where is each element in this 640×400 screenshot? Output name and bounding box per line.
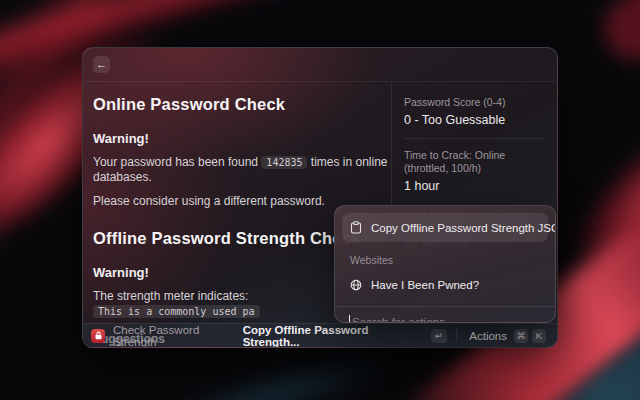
online-warning-title: Warning!	[93, 131, 391, 146]
score-value: 0 - Too Guessable	[404, 113, 545, 127]
status-bar: Check Password Strength Copy Offline Pas…	[83, 323, 557, 347]
crack-throttled-value: 1 hour	[404, 179, 545, 193]
online-check-title: Online Password Check	[93, 95, 391, 114]
back-arrow-icon: ←	[96, 58, 107, 70]
actions-label: Actions	[469, 330, 507, 342]
back-button[interactable]: ←	[93, 56, 110, 73]
found-prefix: Your password has been found	[93, 155, 258, 169]
extension-icon	[91, 329, 105, 343]
actions-popup: Copy Offline Password Strength JSON ↵ We…	[334, 205, 556, 323]
window-header: ←	[83, 48, 557, 82]
extension-name: Check Password Strength	[113, 324, 243, 348]
action-item-copy-json[interactable]: Copy Offline Password Strength JSON ↵	[342, 213, 548, 242]
actions-search-input[interactable]: Search for actions...	[335, 307, 555, 323]
status-divider	[456, 329, 457, 342]
action-item-label: Copy Offline Password Strength JSON	[371, 222, 556, 234]
found-count-badge: 142835	[261, 156, 307, 169]
actions-menu-button[interactable]: Actions ⌘ K	[466, 327, 549, 345]
crack-throttled-label: Time to Crack: Online (throttled, 100/h)	[404, 149, 545, 175]
meter-prefix: The strength meter indicates:	[93, 289, 248, 303]
metadata-divider	[404, 138, 545, 139]
text-cursor	[349, 315, 350, 323]
enter-key-icon: ↵	[431, 329, 448, 343]
search-placeholder: Search for actions...	[352, 316, 454, 324]
meter-value-badge: This is a commonly used pa	[93, 305, 260, 318]
online-found-line: Your password has been found 142835 time…	[93, 155, 391, 185]
websites-section-title: Websites	[350, 254, 555, 266]
primary-action-button[interactable]: Copy Offline Password Strength... ↵	[243, 324, 448, 348]
action-item-hibp[interactable]: Have I Been Pwned?	[342, 271, 548, 299]
score-label: Password Score (0-4)	[404, 96, 545, 109]
command-key-icon: ⌘	[514, 329, 528, 343]
globe-icon	[350, 279, 363, 292]
primary-action-label: Copy Offline Password Strength...	[243, 324, 424, 348]
wallpaper-band	[592, 0, 640, 72]
clipboard-icon	[350, 221, 363, 234]
k-key-icon: K	[532, 329, 546, 343]
action-item-label: Have I Been Pwned?	[371, 279, 542, 291]
lock-icon	[94, 331, 103, 340]
